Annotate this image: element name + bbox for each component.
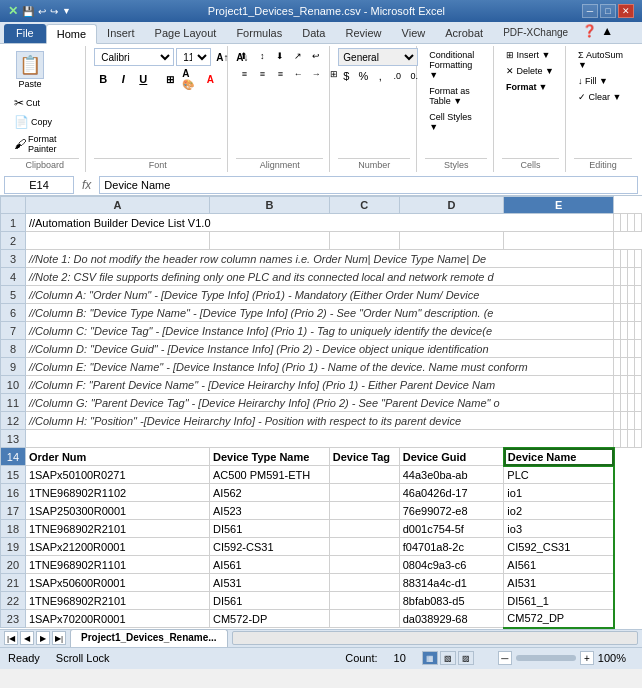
table-cell[interactable]: da038929-68 [399, 610, 504, 628]
page-break-view-button[interactable]: ▨ [458, 651, 474, 665]
sheet-tab-main[interactable]: Project1_Devices_Rename... [70, 629, 228, 647]
zoom-slider[interactable] [516, 655, 576, 661]
table-cell[interactable]: CI592_CS31 [504, 538, 614, 556]
table-cell[interactable] [635, 304, 642, 322]
table-cell[interactable]: //Column G: "Parent Device Tag" - [Devic… [25, 394, 613, 412]
table-cell[interactable] [25, 430, 613, 448]
col-header-e[interactable]: E [504, 197, 614, 214]
comma-button[interactable]: , [372, 68, 388, 84]
clear-button[interactable]: ✓ Clear ▼ [574, 90, 625, 104]
align-bottom-button[interactable]: ⬇ [272, 48, 288, 64]
formula-input[interactable] [99, 176, 638, 194]
table-cell[interactable]: 1SAPx50600R0001 [25, 574, 209, 592]
table-cell[interactable]: Device Name [504, 448, 614, 466]
table-cell[interactable] [628, 322, 635, 340]
col-header-d[interactable]: D [399, 197, 504, 214]
row-header[interactable]: 3 [1, 250, 26, 268]
table-cell[interactable] [329, 592, 399, 610]
table-cell[interactable] [621, 268, 628, 286]
row-header[interactable]: 11 [1, 394, 26, 412]
table-cell[interactable]: io2 [504, 502, 614, 520]
table-cell[interactable]: //Column D: "Device Guid" - [Device Inst… [25, 340, 613, 358]
tab-file[interactable]: File [4, 24, 46, 43]
delete-button[interactable]: ✕ Delete ▼ [502, 64, 558, 78]
row-header[interactable]: 8 [1, 340, 26, 358]
table-cell[interactable]: AI531 [504, 574, 614, 592]
table-cell[interactable] [209, 232, 329, 250]
tab-data[interactable]: Data [292, 24, 335, 43]
table-cell[interactable]: 1TNE968902R1102 [25, 484, 209, 502]
table-cell[interactable]: io3 [504, 520, 614, 538]
table-cell[interactable] [399, 232, 504, 250]
table-cell[interactable] [614, 430, 621, 448]
decrease-indent-button[interactable]: ← [290, 66, 306, 82]
table-cell[interactable]: 1SAPx21200R0001 [25, 538, 209, 556]
row-header[interactable]: 22 [1, 592, 26, 610]
table-cell[interactable]: CM572-DP [209, 610, 329, 628]
copy-button[interactable]: 📄Copy [10, 113, 79, 131]
table-cell[interactable] [614, 250, 621, 268]
table-cell[interactable]: io1 [504, 484, 614, 502]
table-cell[interactable] [628, 376, 635, 394]
cut-button[interactable]: ✂Cut [10, 94, 79, 112]
row-header[interactable]: 14 [1, 448, 26, 466]
row-header[interactable]: 1 [1, 214, 26, 232]
table-cell[interactable] [621, 376, 628, 394]
underline-button[interactable]: U [134, 70, 152, 88]
prev-sheet-button[interactable]: ◀ [20, 631, 34, 645]
row-header[interactable]: 16 [1, 484, 26, 502]
table-cell[interactable]: 76e99072-e8 [399, 502, 504, 520]
table-cell[interactable]: AI523 [209, 502, 329, 520]
table-cell[interactable]: Device Type Name [209, 448, 329, 466]
font-name-select[interactable]: Calibri [94, 48, 174, 66]
format-as-table-button[interactable]: Format as Table ▼ [425, 84, 487, 108]
quick-access-redo[interactable]: ↪ [50, 6, 58, 17]
table-cell[interactable] [621, 322, 628, 340]
table-cell[interactable] [329, 466, 399, 484]
table-cell[interactable] [621, 304, 628, 322]
table-cell[interactable] [329, 502, 399, 520]
zoom-out-button[interactable]: ─ [498, 651, 512, 665]
table-cell[interactable] [329, 538, 399, 556]
zoom-percentage[interactable]: 100% [598, 652, 626, 664]
table-cell[interactable] [329, 574, 399, 592]
table-cell[interactable] [621, 394, 628, 412]
font-color-button[interactable]: A [201, 70, 219, 88]
table-cell[interactable] [614, 214, 621, 232]
bold-button[interactable]: B [94, 70, 112, 88]
table-cell[interactable] [621, 214, 628, 232]
table-cell[interactable]: 0804c9a3-c6 [399, 556, 504, 574]
table-cell[interactable] [628, 214, 635, 232]
table-cell[interactable] [635, 268, 642, 286]
table-cell[interactable]: 1TNE968902R2101 [25, 592, 209, 610]
format-painter-button[interactable]: 🖌Format Painter [10, 132, 79, 156]
help-icon[interactable]: ❓ [582, 24, 597, 43]
table-cell[interactable]: //Column C: "Device Tag" - [Device Insta… [25, 322, 613, 340]
table-cell[interactable] [25, 232, 209, 250]
row-header[interactable]: 6 [1, 304, 26, 322]
first-sheet-button[interactable]: |◀ [4, 631, 18, 645]
ribbon-minimize-icon[interactable]: ▲ [601, 24, 613, 43]
currency-button[interactable]: $ [338, 68, 354, 84]
row-header[interactable]: 23 [1, 610, 26, 628]
table-cell[interactable] [614, 340, 621, 358]
row-header[interactable]: 2 [1, 232, 26, 250]
table-cell[interactable] [635, 214, 642, 232]
row-header[interactable]: 15 [1, 466, 26, 484]
row-header[interactable]: 19 [1, 538, 26, 556]
fill-button[interactable]: ↓ Fill ▼ [574, 74, 612, 88]
zoom-in-button[interactable]: + [580, 651, 594, 665]
row-header[interactable]: 9 [1, 358, 26, 376]
table-cell[interactable]: AI561 [209, 556, 329, 574]
close-button[interactable]: ✕ [618, 4, 634, 18]
table-cell[interactable]: //Note 2: CSV file supports defining onl… [25, 268, 613, 286]
col-header-c[interactable]: C [329, 197, 399, 214]
table-cell[interactable]: //Automation Builder Device List V1.0 [25, 214, 613, 232]
table-cell[interactable]: AI561 [504, 556, 614, 574]
table-cell[interactable] [329, 484, 399, 502]
align-top-button[interactable]: ⬆ [236, 48, 252, 64]
table-cell[interactable] [628, 286, 635, 304]
table-cell[interactable] [628, 304, 635, 322]
table-cell[interactable]: d001c754-5f [399, 520, 504, 538]
increase-indent-button[interactable]: → [308, 66, 324, 82]
